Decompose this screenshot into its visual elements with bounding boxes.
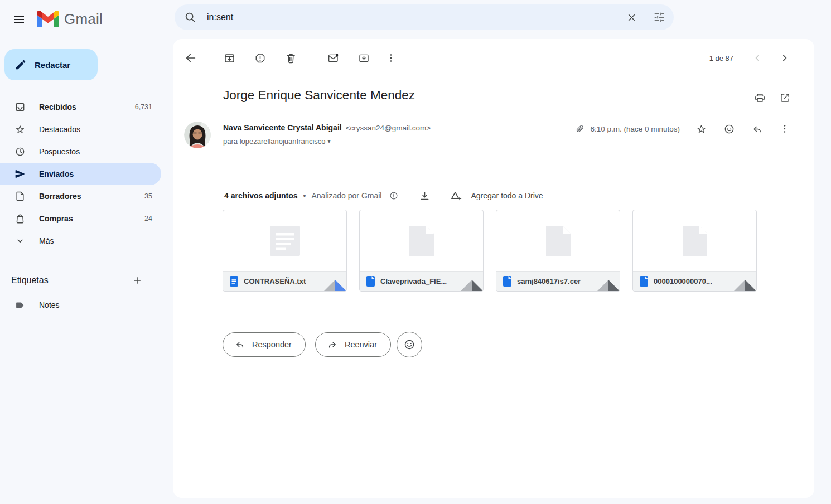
search-options-button[interactable] — [648, 6, 670, 28]
mark-unread-button[interactable] — [322, 47, 344, 69]
shopping-bag-icon — [15, 213, 26, 224]
star-email-button[interactable] — [690, 118, 712, 140]
emoji-reaction-button[interactable] — [718, 118, 740, 140]
more-vert-icon — [385, 52, 397, 64]
search-button[interactable] — [179, 6, 201, 28]
attachment-card[interactable]: samj840617is7.cer — [496, 210, 620, 292]
back-button[interactable] — [180, 47, 202, 69]
attachment-preview — [360, 210, 483, 272]
attachment-card[interactable]: CONTRASEÑA.txt — [223, 210, 347, 292]
attachments-divider — [220, 180, 795, 180]
compose-button[interactable]: Redactar — [4, 49, 98, 80]
chevron-right-icon — [779, 52, 790, 64]
more-options-button[interactable] — [380, 47, 402, 69]
email-view-card: 1 de 87 Jorge Enrique Sanvicente Mendez — [173, 39, 814, 498]
dot-separator: • — [303, 191, 306, 200]
create-label-button[interactable] — [126, 269, 148, 292]
move-to-button[interactable] — [352, 47, 375, 69]
close-icon — [626, 12, 637, 23]
email-toolbar: 1 de 87 — [173, 47, 814, 69]
recipient-details-toggle[interactable]: para lopezarellanojuanfrancisco ▾ — [223, 137, 331, 146]
text-file-thumb-icon — [270, 226, 300, 256]
sidebar-item-enviados[interactable]: Enviados — [0, 163, 161, 185]
download-icon — [419, 190, 431, 202]
email-timestamp: 6:10 p.m. (hace 0 minutos) — [590, 125, 680, 133]
report-spam-icon — [254, 52, 266, 64]
smiley-icon — [403, 338, 415, 351]
sidebar-item-label: Notes — [39, 301, 60, 309]
message-more-button[interactable] — [774, 118, 796, 140]
sidebar-item-label: Pospuestos — [39, 147, 80, 156]
attachment-preview — [223, 210, 346, 272]
toolbar-divider — [311, 52, 311, 64]
draft-icon — [15, 191, 26, 202]
gmail-logo[interactable]: Gmail — [37, 6, 103, 32]
scan-info-button[interactable] — [385, 187, 402, 204]
sender-avatar[interactable] — [184, 122, 211, 148]
sidebar-item-count: 35 — [144, 192, 161, 200]
sidebar-item-recibidos[interactable]: Recibidos 6,731 — [0, 96, 161, 118]
send-icon — [15, 168, 26, 180]
search-bar[interactable] — [175, 4, 674, 30]
attachment-filename: CONTRASEÑA.txt — [244, 277, 306, 285]
attachment-corner-fold — [461, 280, 483, 291]
scanned-by-gmail-label: Analizado por Gmail — [311, 191, 381, 200]
attachment-filename: samj840617is7.cer — [517, 277, 581, 285]
recipient-line: para lopezarellanojuanfrancisco — [223, 137, 326, 146]
trash-icon — [285, 52, 297, 64]
sidebar-item-borradores[interactable]: Borradores 35 — [0, 185, 161, 207]
print-button[interactable] — [748, 86, 771, 109]
sidebar-item-count: 6,731 — [135, 103, 161, 111]
chevron-left-icon — [752, 52, 763, 64]
pagination: 1 de 87 — [709, 47, 796, 69]
older-email-button[interactable] — [774, 47, 796, 69]
sidebar-item-compras[interactable]: Compras 24 — [0, 207, 161, 230]
compose-label: Redactar — [35, 60, 70, 70]
reply-pill-button[interactable]: Responder — [223, 332, 306, 357]
sidebar-item-destacados[interactable]: Destacados — [0, 118, 161, 140]
info-icon — [389, 191, 399, 201]
star-icon — [695, 123, 707, 135]
hamburger-icon — [12, 13, 26, 26]
sender-email: <cryssan24@gmail.com> — [346, 124, 431, 132]
search-icon — [184, 11, 196, 23]
sidebar-item-pospuestos[interactable]: Pospuestos — [0, 140, 161, 163]
archive-button[interactable] — [218, 47, 240, 69]
sidebar-item-count: 24 — [144, 215, 161, 222]
mark-unread-icon — [327, 52, 339, 64]
report-spam-button[interactable] — [249, 47, 271, 69]
newer-email-button[interactable] — [746, 47, 769, 69]
file-icon — [640, 276, 648, 287]
main-menu-button[interactable] — [6, 6, 32, 33]
clear-search-button[interactable] — [620, 6, 642, 28]
add-all-to-drive-label[interactable]: Agregar todo a Drive — [471, 191, 543, 200]
reply-arrow-icon — [751, 123, 763, 135]
add-reaction-button[interactable] — [397, 332, 422, 357]
forward-pill-button[interactable]: Reenviar — [315, 332, 391, 357]
open-in-new-button[interactable] — [774, 86, 796, 109]
move-to-icon — [358, 52, 370, 64]
sidebar: Redactar Recibidos 6,731 Destacados Posp… — [0, 39, 173, 504]
printer-icon — [754, 92, 766, 104]
attachment-card[interactable]: 0000100000070... — [632, 210, 757, 292]
forward-arrow-icon — [327, 339, 338, 350]
attachment-card[interactable]: Claveprivada_FIE... — [359, 210, 484, 292]
download-all-button[interactable] — [414, 186, 434, 206]
pagination-text: 1 de 87 — [709, 54, 733, 62]
sidebar-item-mas[interactable]: Más — [0, 230, 161, 252]
paperclip-icon — [574, 123, 586, 134]
add-all-to-drive-button[interactable] — [446, 186, 466, 206]
sidebar-item-label: Compras — [39, 214, 73, 223]
search-input[interactable] — [201, 12, 620, 22]
attachments-header: 4 archivos adjuntos • Analizado por Gmai… — [224, 187, 543, 204]
sidebar-item-label: Borradores — [39, 192, 81, 201]
delete-button[interactable] — [279, 47, 302, 69]
sidebar-item-label: Enviados — [39, 169, 74, 178]
reply-arrow-icon — [234, 339, 245, 350]
sidebar-item-notes-label[interactable]: Notes — [0, 294, 161, 316]
more-vert-icon — [779, 123, 790, 134]
sender-name: Nava Sanvicente Crystal Abigail — [223, 123, 342, 132]
reply-button[interactable] — [746, 118, 768, 140]
forward-pill-label: Reenviar — [345, 340, 377, 349]
email-meta: 6:10 p.m. (hace 0 minutos) — [574, 118, 796, 140]
